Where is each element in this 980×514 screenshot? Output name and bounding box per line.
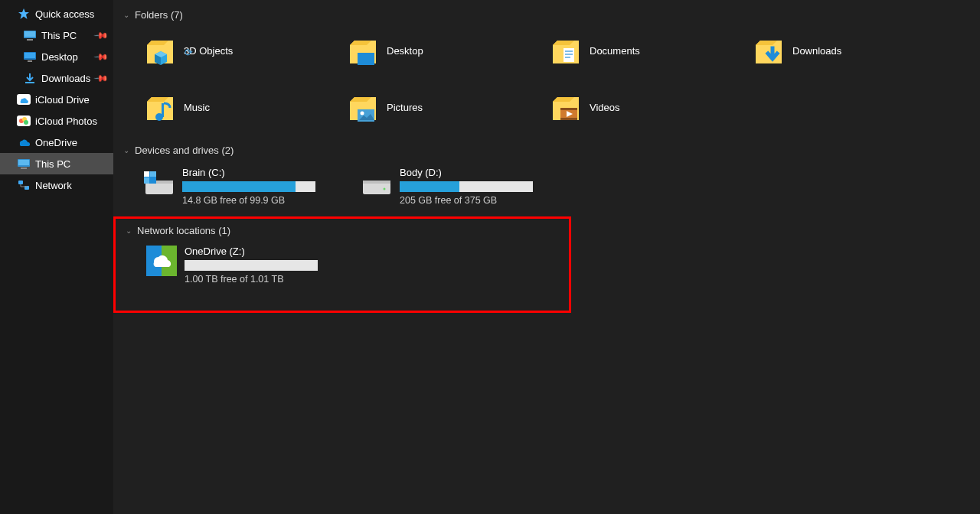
onedrive-drive-icon (146, 246, 177, 276)
drive-name: OneDrive (Z:) (185, 246, 318, 257)
svg-point-29 (361, 112, 364, 115)
drive-d[interactable]: Body (D:) 205 GB free of 375 GB (361, 167, 533, 206)
pin-icon: 📌 (93, 70, 109, 86)
svg-rect-38 (150, 171, 156, 177)
drive-free-text: 1.00 TB free of 1.01 TB (185, 274, 318, 285)
videos-icon (550, 91, 582, 123)
downloads-icon (23, 71, 37, 85)
folder-pictures[interactable]: Pictures (347, 88, 550, 126)
network-icon (17, 178, 31, 192)
sidebar-item-downloads[interactable]: Downloads 📌 (0, 67, 113, 89)
desktop-icon (23, 50, 37, 63)
sidebar-item-this-pc-pinned[interactable]: This PC 📌 (0, 24, 113, 46)
svg-rect-15 (21, 168, 27, 169)
sidebar-item-onedrive[interactable]: OneDrive (0, 132, 113, 153)
main-content: ⌄ Folders (7) ⟳ 3D Objects Desktop Docum… (113, 0, 980, 514)
chevron-down-icon: ⌄ (121, 11, 132, 19)
network-drive-onedrive[interactable]: OneDrive (Z:) 1.00 TB free of 1.01 TB (146, 246, 318, 285)
folder-label: Pictures (387, 102, 423, 113)
svg-point-12 (24, 120, 28, 125)
pin-icon: 📌 (93, 28, 109, 44)
folder-3d-objects[interactable]: ⟳ 3D Objects (144, 31, 347, 70)
folder-label: Downloads (792, 45, 841, 57)
folder-music[interactable]: Music (144, 88, 347, 126)
folders-grid: ⟳ 3D Objects Desktop Documents Downloads… (113, 25, 980, 140)
drives-row: Brain (C:) 14.8 GB free of 99.9 GB Body … (113, 161, 980, 213)
svg-rect-27 (162, 103, 164, 117)
sidebar-item-network[interactable]: Network (0, 174, 113, 196)
onedrive-icon (17, 135, 31, 149)
group-header-folders[interactable]: ⌄ Folders (7) (113, 5, 980, 25)
folder-videos[interactable]: Videos (550, 88, 753, 126)
svg-rect-39 (144, 177, 149, 184)
sidebar: Quick access This PC 📌 Desktop 📌 Downloa… (0, 0, 113, 514)
downloadsf-icon (753, 34, 785, 67)
iclouddrive-icon (17, 93, 31, 106)
drive-icon (144, 170, 175, 197)
group-header-label: Devices and drives (2) (135, 145, 234, 156)
group-header-label: Folders (7) (135, 9, 183, 21)
drive-usage-bar (182, 181, 315, 192)
svg-rect-14 (18, 160, 29, 165)
drive-name: Brain (C:) (182, 167, 315, 178)
group-header-label: Network locations (1) (137, 225, 230, 236)
chevron-down-icon: ⌄ (121, 146, 132, 155)
svg-point-42 (384, 188, 386, 190)
sidebar-item-desktop[interactable]: Desktop 📌 (0, 46, 113, 67)
folder-label: Desktop (387, 45, 423, 57)
chevron-down-icon: ⌄ (123, 226, 134, 235)
folder-desktop[interactable]: Desktop (347, 31, 550, 70)
documents-icon (550, 34, 582, 67)
folder-label: Documents (590, 45, 640, 57)
star-icon (17, 7, 31, 21)
svg-rect-7 (25, 82, 34, 83)
svg-rect-24 (565, 54, 573, 55)
drive-free-text: 14.8 GB free of 99.9 GB (182, 195, 315, 206)
pictures-icon (347, 91, 379, 123)
pin-icon: 📌 (93, 49, 109, 65)
sidebar-item-icloud-drive[interactable]: iCloud Drive (0, 89, 113, 110)
folder-label: Videos (590, 102, 620, 113)
sidebar-item-label: iCloud Drive (35, 94, 90, 106)
svg-rect-6 (28, 60, 32, 62)
sidebar-item-quick-access[interactable]: Quick access (0, 3, 113, 24)
3dobjects-icon: ⟳ (144, 34, 176, 67)
drive-name: Body (D:) (400, 167, 533, 178)
thispc-icon (23, 28, 37, 42)
sidebar-item-label: This PC (41, 30, 77, 41)
sidebar-item-label: This PC (35, 158, 70, 170)
icloudphotos-icon (17, 114, 31, 128)
network-highlight-box: ⌄ Network locations (1) OneDrive (Z:) 1.… (113, 216, 571, 313)
svg-rect-16 (18, 181, 23, 184)
svg-rect-5 (24, 53, 35, 58)
sidebar-item-label: Network (35, 180, 72, 191)
drive-icon (361, 170, 392, 197)
sidebar-item-icloud-photos[interactable]: iCloud Photos (0, 110, 113, 132)
network-locations-row: OneDrive (Z:) 1.00 TB free of 1.01 TB (116, 241, 569, 285)
folder-downloads[interactable]: Downloads (753, 31, 956, 70)
folder-documents[interactable]: Documents (550, 31, 753, 70)
svg-rect-2 (24, 31, 35, 37)
svg-rect-21 (358, 53, 374, 65)
group-header-drives[interactable]: ⌄ Devices and drives (2) (113, 140, 980, 161)
sidebar-item-label: OneDrive (35, 137, 77, 148)
svg-marker-0 (18, 8, 29, 19)
sidebar-item-this-pc[interactable]: This PC (0, 153, 113, 174)
folder-label: Music (184, 102, 210, 113)
svg-rect-41 (363, 181, 390, 184)
drive-usage-bar (185, 260, 318, 271)
sidebar-item-label: iCloud Photos (35, 115, 97, 127)
svg-rect-32 (560, 118, 577, 120)
sidebar-item-label: Quick access (35, 8, 94, 20)
thispc-icon (17, 157, 31, 171)
music-icon (144, 91, 176, 123)
group-header-network[interactable]: ⌄ Network locations (1) (116, 220, 569, 241)
drive-free-text: 205 GB free of 375 GB (400, 195, 533, 206)
sidebar-item-label: Desktop (41, 51, 78, 63)
sync-icon: ⟳ (185, 47, 193, 58)
drive-c[interactable]: Brain (C:) 14.8 GB free of 99.9 GB (144, 167, 315, 206)
svg-rect-37 (144, 171, 149, 177)
drive-usage-bar (400, 181, 533, 192)
sidebar-item-label: Downloads (41, 73, 90, 84)
svg-rect-23 (565, 50, 573, 52)
